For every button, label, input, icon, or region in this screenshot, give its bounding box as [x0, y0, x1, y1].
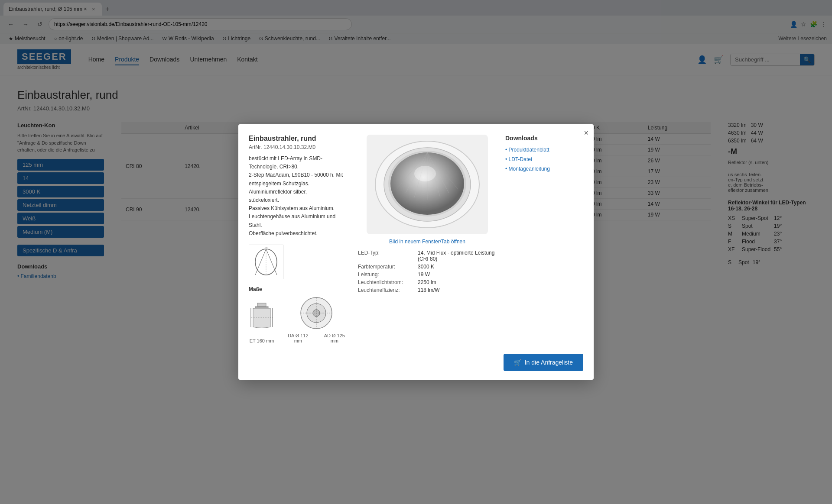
- spec-label-farb: Farbtemperatur:: [358, 264, 414, 270]
- spec-lichtstrom: Leuchtenlichtstrom: 2250 lm: [358, 279, 497, 285]
- spec-value-lichtstrom: 2250 lm: [418, 279, 436, 285]
- tech-specs: LED-Typ: 14, Mid Flux - optimierte Leist…: [358, 250, 497, 295]
- modal-art-nr: ArtNr. 12440.14.30.10.32.M0: [249, 144, 349, 150]
- svg-line-2: [266, 249, 277, 275]
- cart-icon-btn: 🛒: [514, 359, 521, 366]
- dim-da-ad: DA Ø 112 mm AD Ø 125 mm: [283, 296, 349, 343]
- modal-overlay[interactable]: × Einbaustrahler, rund ArtNr. 12440.14.3…: [0, 0, 832, 434]
- svg-point-26: [414, 166, 436, 181]
- da-ad-drawing: [299, 296, 334, 330]
- diagram-svg: M: [251, 247, 281, 277]
- product-image-svg: [371, 137, 484, 232]
- svg-text:M: M: [265, 247, 268, 249]
- modal-downloads-title: Downloads: [505, 135, 583, 142]
- ad-label: AD Ø 125 mm: [320, 333, 349, 343]
- svg-rect-5: [257, 303, 266, 307]
- spec-led-typ: LED-Typ: 14, Mid Flux - optimierte Leist…: [358, 250, 497, 262]
- spec-label-lichtstrom: Leuchtenlichtstrom:: [358, 279, 414, 285]
- product-modal: × Einbaustrahler, rund ArtNr. 12440.14.3…: [238, 124, 594, 380]
- da-ad-labels: DA Ø 112 mm AD Ø 125 mm: [283, 333, 349, 343]
- svg-line-1: [255, 249, 266, 275]
- image-link[interactable]: Bild in neuem Fenster/Tab öffnen: [389, 239, 465, 245]
- modal-description: bestückt mit LED-Array in SMD-Technologi…: [249, 155, 349, 238]
- modal-center: Bild in neuem Fenster/Tab öffnen LED-Typ…: [358, 135, 497, 343]
- modal-dimensions: Maße ET 160 mm: [249, 286, 349, 343]
- spec-effizienz: Leuchteneffizienz: 118 lm/W: [358, 287, 497, 293]
- modal-download-ldt-datei[interactable]: LDT-Datei: [505, 156, 583, 162]
- svg-rect-6: [255, 307, 268, 308]
- da-label: DA Ø 112 mm: [283, 333, 313, 343]
- modal-left: Einbaustrahler, rund ArtNr. 12440.14.30.…: [249, 135, 349, 343]
- add-to-list-button[interactable]: 🛒 In die Anfrageliste: [504, 354, 583, 371]
- modal-diagram: M: [249, 245, 283, 279]
- et-drawing: [249, 301, 275, 336]
- spec-value-leistung: 19 W: [418, 271, 430, 278]
- et-label: ET 160 mm: [250, 338, 274, 343]
- spec-value-effizienz: 118 lm/W: [418, 287, 440, 293]
- dimensions-row: ET 160 mm DA Ø: [249, 296, 349, 343]
- modal-body: Einbaustrahler, rund ArtNr. 12440.14.30.…: [238, 124, 594, 354]
- spec-label-effizienz: Leuchteneffizienz:: [358, 287, 414, 293]
- modal-download-produktdatenblatt[interactable]: Produktdatenblatt: [505, 147, 583, 153]
- spec-label-leistung: Leistung:: [358, 271, 414, 278]
- product-image: [367, 135, 488, 234]
- modal-right: Downloads Produktdatenblatt LDT-Datei Mo…: [505, 135, 583, 343]
- modal-download-montageanleitung[interactable]: Montageanleitung: [505, 166, 583, 172]
- add-to-list-label: In die Anfrageliste: [525, 359, 573, 366]
- spec-leistung: Leistung: 19 W: [358, 271, 497, 278]
- modal-footer: 🛒 In die Anfrageliste: [238, 354, 594, 380]
- modal-close-button[interactable]: ×: [584, 129, 588, 138]
- dim-et: ET 160 mm: [249, 301, 275, 343]
- spec-value-led: 14, Mid Flux - optimierte Leistung (CRI …: [418, 250, 497, 262]
- spec-label-led: LED-Typ:: [358, 250, 414, 262]
- spec-farbtemperatur: Farbtemperatur: 3000 K: [358, 264, 497, 270]
- dimensions-title: Maße: [249, 286, 349, 292]
- spec-value-farb: 3000 K: [418, 264, 434, 270]
- modal-product-title: Einbaustrahler, rund: [249, 135, 349, 142]
